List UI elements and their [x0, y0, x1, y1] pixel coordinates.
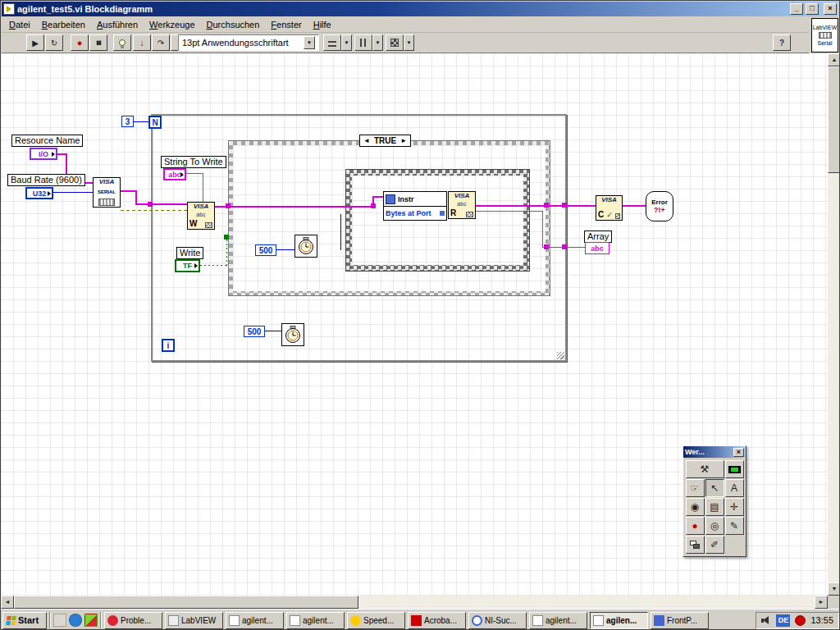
loop-count-constant[interactable]: 3 [121, 116, 134, 127]
reorder-dropdown-arrow-icon[interactable]: ▼ [404, 34, 414, 51]
visa-read-node[interactable]: VISA abc R [448, 191, 476, 219]
visa-write-node[interactable]: VISA abc W [187, 202, 215, 230]
tool-breakpoint[interactable]: ● [686, 517, 705, 535]
start-button[interactable]: Start [2, 612, 47, 629]
baud-rate-label[interactable]: Baud Rate (9600) [7, 174, 85, 186]
tool-probe[interactable]: ◎ [705, 517, 724, 535]
string-to-write-terminal[interactable]: abc [163, 168, 186, 180]
wait-constant-loop[interactable]: 500 [244, 326, 265, 337]
tool-auto-select[interactable]: ⚒ [686, 460, 724, 478]
maximize-button[interactable]: □ [806, 3, 819, 15]
task-button-frontpage[interactable]: FrontP... [651, 612, 709, 629]
help-button[interactable]: ? [773, 34, 791, 51]
highlight-execution-button[interactable] [113, 34, 131, 51]
wait-ms-node-loop[interactable] [281, 323, 304, 346]
task-button-speed[interactable]: Speed... [347, 612, 405, 629]
property-node[interactable]: Instr Bytes at Port [383, 191, 447, 221]
error-wire[interactable] [121, 210, 188, 211]
block-diagram-canvas[interactable]: ◄ TRUE ► [1, 53, 828, 596]
task-button-probleme[interactable]: Proble... [104, 612, 162, 629]
case-selector-label[interactable]: ◄ TRUE ► [359, 135, 411, 147]
menu-ausfuehren[interactable]: Ausführen [91, 17, 144, 32]
quick-launch-icon-1[interactable] [53, 614, 66, 627]
numeric-wire[interactable] [53, 192, 93, 193]
loop-resize-handle[interactable] [557, 352, 564, 359]
quick-launch-icon-3[interactable] [84, 614, 98, 627]
numeric-wire[interactable] [340, 214, 341, 250]
scroll-right-button[interactable]: ► [815, 596, 828, 609]
string-wire[interactable] [203, 173, 203, 203]
run-continuous-button[interactable]: ↻ [45, 34, 63, 51]
tray-status-icon[interactable] [795, 615, 806, 626]
menu-durchsuchen[interactable]: Durchsuchen [201, 17, 266, 32]
horizontal-scrollbar[interactable]: ◄ ► [1, 596, 828, 609]
loop-count-terminal[interactable]: N [148, 116, 162, 129]
taskbar-clock[interactable]: 13:55 [810, 615, 833, 625]
vertical-scroll-thumb[interactable] [828, 66, 840, 173]
menu-werkzeuge[interactable]: Werkzeuge [144, 17, 200, 32]
tool-scroll-window[interactable]: ✛ [725, 498, 744, 516]
string-wire[interactable] [186, 173, 203, 174]
write-terminal[interactable]: TF [175, 259, 200, 272]
property-node-class-row[interactable]: Instr [384, 192, 446, 207]
wait-constant-case[interactable]: 500 [255, 244, 276, 256]
array-label[interactable]: Array [584, 231, 612, 243]
minimize-button[interactable]: _ [790, 3, 803, 15]
task-button-labview[interactable]: LabVIEW [165, 612, 223, 629]
volume-icon[interactable] [761, 616, 771, 625]
scroll-left-button[interactable]: ◄ [1, 596, 14, 609]
visa-close-node[interactable]: VISA C ✓ [596, 195, 623, 221]
run-button[interactable]: ▶ [26, 34, 44, 51]
menu-fenster[interactable]: Fenster [265, 17, 307, 32]
distribute-dropdown-arrow-icon[interactable]: ▼ [372, 34, 383, 51]
tool-copy-color[interactable]: ✎ [725, 517, 744, 535]
menu-bearbeiten[interactable]: Bearbeiten [36, 17, 91, 32]
visa-resource-wire[interactable] [135, 203, 189, 205]
tool-auto-led[interactable] [725, 460, 744, 478]
string-to-write-label[interactable]: String To Write [161, 156, 226, 168]
align-dropdown-arrow-icon[interactable]: ▼ [341, 34, 352, 51]
case-next-arrow-icon[interactable]: ► [400, 137, 407, 144]
boolean-wire[interactable] [200, 265, 229, 266]
baud-rate-terminal[interactable]: U32 [25, 187, 53, 199]
menu-datei[interactable]: Datei [3, 17, 36, 32]
property-node-item-row[interactable]: Bytes at Port [384, 207, 446, 220]
resource-name-terminal[interactable]: I/O [30, 148, 57, 160]
array-terminal[interactable]: abc [585, 242, 609, 254]
tool-edit-text[interactable]: A [725, 479, 744, 497]
case-prev-arrow-icon[interactable]: ◄ [363, 137, 370, 144]
step-into-button[interactable]: ↓ [133, 34, 151, 51]
task-button-agilent-active[interactable]: agilen... [590, 612, 648, 629]
string-wire[interactable] [542, 211, 543, 248]
numeric-wire[interactable] [276, 249, 294, 250]
font-selector[interactable]: 13pt Anwendungsschriftart ▼ [178, 34, 319, 51]
quick-launch-icon-2[interactable] [69, 614, 82, 627]
visa-resource-wire[interactable] [476, 205, 597, 207]
menu-hilfe[interactable]: Hilfe [308, 17, 337, 32]
tool-position-select[interactable]: ↖ [705, 479, 724, 497]
horizontal-scroll-thumb[interactable] [14, 596, 358, 609]
scroll-up-button[interactable]: ▲ [828, 53, 840, 66]
distribute-objects-dropdown[interactable]: ▼ [354, 34, 384, 51]
tools-palette-titlebar[interactable]: Wer... × [683, 446, 746, 458]
step-over-button[interactable]: ↷ [152, 34, 170, 51]
task-button-agilent-3[interactable]: agilent... [529, 612, 587, 629]
loop-iteration-terminal[interactable]: i [162, 339, 175, 352]
task-button-ni-suche[interactable]: NI-Suc... [468, 612, 527, 629]
tools-pal0ette-window[interactable]: Wer... × ⚒ ☞ ↖ A ◉ ▤ ✛ ● ◎ ✎ ✐ [682, 445, 746, 557]
task-button-agilent-2[interactable]: agilent... [286, 612, 345, 629]
reorder-dropdown[interactable]: ▼ [386, 34, 415, 51]
numeric-wire[interactable] [134, 121, 148, 122]
tool-paintbrush[interactable]: ✐ [705, 536, 724, 554]
window-titlebar[interactable]: agilent_test5.vi Blockdiagramm _ □ × [2, 2, 838, 16]
abort-button[interactable]: ● [71, 34, 89, 51]
align-objects-dropdown[interactable]: ▼ [323, 34, 353, 51]
error-handler-node[interactable]: Error ?!+ [646, 191, 673, 221]
visa-configure-serial-node[interactable]: VISA SERIAL [93, 177, 121, 208]
scroll-down-button[interactable]: ▼ [828, 582, 840, 596]
tool-connect-wire[interactable]: ◉ [686, 498, 705, 516]
pause-button[interactable]: ▮▮ [89, 34, 107, 51]
tool-set-color[interactable] [686, 536, 705, 554]
visa-resource-wire[interactable] [215, 206, 374, 208]
write-label[interactable]: Write [176, 247, 203, 259]
